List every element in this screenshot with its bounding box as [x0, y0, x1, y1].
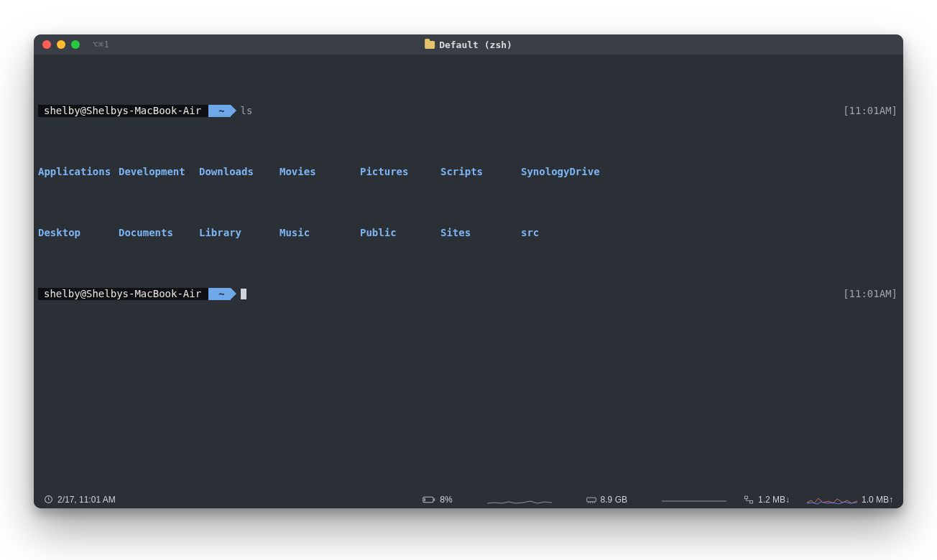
ls-item: Public [360, 227, 440, 239]
status-network-down: 1.2 MB↓ [744, 495, 790, 505]
network-icon [744, 495, 754, 504]
ls-item: SynologyDrive [521, 166, 601, 178]
status-cpu-sparkline [487, 494, 552, 505]
status-datetime: 2/17, 11:01 AM [44, 495, 116, 505]
maximize-button[interactable] [71, 40, 80, 49]
status-network-up: 1.0 MB↑ [862, 495, 893, 505]
status-memory-sparkline [662, 494, 726, 505]
ls-item: Desktop [38, 227, 119, 239]
folder-icon [425, 41, 435, 49]
network-sparkline-icon [807, 494, 857, 505]
svg-rect-4 [586, 498, 596, 502]
ls-item: Scripts [440, 166, 521, 178]
ls-item: Music [280, 227, 360, 239]
status-battery: 8% [423, 495, 452, 505]
status-network-sparkline [807, 494, 857, 505]
prompt-timestamp: [11:01AM] [843, 105, 897, 117]
svg-rect-9 [744, 496, 747, 499]
battery-icon [423, 495, 435, 504]
status-memory: 8.9 GB [586, 495, 627, 505]
command-text: ls [241, 105, 253, 117]
ls-item: Pictures [360, 166, 440, 178]
ls-item: Applications [38, 166, 119, 178]
close-button[interactable] [42, 40, 51, 49]
status-network-up-text: 1.0 MB↑ [862, 495, 893, 505]
memory-icon [586, 495, 596, 504]
prompt-timestamp: [11:01AM] [843, 288, 897, 300]
prompt-line-active: shelby@Shelbys-MacBook-Air ~ [11:01AM] [38, 288, 899, 300]
status-datetime-text: 2/17, 11:01 AM [57, 495, 116, 505]
ls-output-row: Applications Development Downloads Movie… [38, 166, 899, 178]
ls-item: Development [119, 166, 199, 178]
tab-shortcut-hint: ⌥⌘1 [93, 39, 109, 50]
status-memory-text: 8.9 GB [601, 495, 627, 505]
svg-rect-3 [425, 498, 426, 501]
clock-icon [44, 495, 53, 504]
svg-rect-10 [749, 500, 752, 503]
terminal-window: ⌥⌘1 Default (zsh) shelby@Shelbys-MacBook… [34, 34, 903, 508]
prompt-host-segment: shelby@Shelbys-MacBook-Air [38, 105, 208, 117]
prompt-host-segment: shelby@Shelbys-MacBook-Air [38, 288, 208, 300]
ls-item: Library [199, 227, 280, 239]
minimize-button[interactable] [57, 40, 65, 49]
ls-item: src [521, 227, 601, 239]
svg-rect-2 [434, 498, 435, 500]
ls-item: Sites [440, 227, 521, 239]
prompt-path-segment: ~ [208, 288, 230, 300]
window-title: Default (zsh) [425, 39, 512, 50]
prompt-path-segment: ~ [208, 105, 230, 117]
status-battery-text: 8% [440, 495, 452, 505]
ls-item: Downloads [199, 166, 280, 178]
prompt-line: shelby@Shelbys-MacBook-Air ~ ls [11:01AM… [38, 105, 899, 117]
terminal-content[interactable]: shelby@Shelbys-MacBook-Air ~ ls [11:01AM… [34, 55, 903, 490]
traffic-lights [34, 40, 80, 49]
ls-item: Movies [280, 166, 360, 178]
ls-output-row: Desktop Documents Library Music Public S… [38, 227, 899, 239]
cursor-icon [241, 289, 246, 299]
ls-item: Documents [119, 227, 199, 239]
status-network-down-text: 1.2 MB↓ [758, 495, 790, 505]
title-bar: ⌥⌘1 Default (zsh) [34, 34, 903, 55]
memory-sparkline-icon [662, 494, 726, 505]
status-bar: 2/17, 11:01 AM 8% [34, 490, 903, 508]
window-title-text: Default (zsh) [439, 39, 512, 50]
cpu-sparkline-icon [487, 494, 552, 505]
